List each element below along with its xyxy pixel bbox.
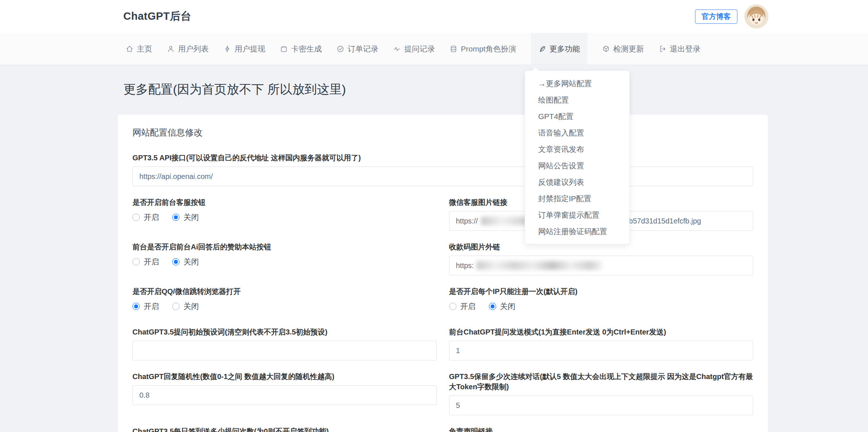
nav-label: 更多功能: [549, 44, 580, 54]
field-label: ChatGPT3.5提问初始预设词(清空则代表不开启3.5初始预设): [132, 327, 437, 337]
nav-item-orders[interactable]: 订单记录: [336, 33, 378, 65]
nav-item-logout[interactable]: 退出登录: [659, 33, 701, 65]
radio-circle-checked: [172, 258, 180, 265]
nav-label: 提问记录: [404, 44, 435, 54]
field-label: ChatGPT3.5每日签到送多少提问次数(为0则不开启签到功能): [132, 426, 437, 432]
dropdown-item-gpt4-config[interactable]: GPT4配置: [525, 108, 629, 125]
field-label: 前台是否开启前台Ai回答后的赞助本站按钮: [132, 242, 437, 252]
radio-on[interactable]: 开启: [132, 257, 159, 267]
radio-label: 关闭: [500, 301, 516, 311]
dropdown-item-register-captcha-config[interactable]: 网站注册验证码配置: [525, 223, 629, 240]
site-config-card: 网站配置信息修改 GPT3.5 API接口(可以设置自己的反代地址 这样国内服务…: [118, 115, 768, 432]
field-label: 是否开启QQ/微信跳转浏览器打开: [132, 286, 437, 297]
nav-item-check-update[interactable]: 检测更新: [602, 33, 644, 65]
sponsor-button-radio-group: 开启 关闭: [132, 256, 437, 267]
database-icon: [450, 45, 458, 53]
radio-label: 关闭: [184, 301, 199, 311]
official-blog-button[interactable]: 官方博客: [695, 9, 737, 24]
app-header: ChatGPT后台 官方博客: [0, 0, 868, 33]
main-navbar: 主页 用户列表 用户提现 卡密生成 订单记录 提问记录 Prom: [0, 33, 868, 65]
user-avatar[interactable]: [744, 4, 768, 28]
radio-label: 开启: [460, 301, 476, 311]
main-content: 更多配置(因为首页放不下 所以放到这里) 网站配置信息修改 GPT3.5 API…: [0, 65, 868, 432]
radio-off[interactable]: 关闭: [172, 257, 199, 267]
nav-item-more-features[interactable]: 更多功能: [531, 33, 587, 65]
field-label: 是否开启前台客服按钮: [132, 197, 437, 207]
field-label: 是否开启每个IP只能注册一次(默认开启): [449, 286, 753, 297]
lightning-icon: [223, 45, 231, 53]
field-preset-words: ChatGPT3.5提问初始预设词(清空则代表不开启3.5初始预设): [132, 327, 437, 360]
field-label: GPT3.5 API接口(可以设置自己的反代地址 这样国内服务器就可以用了): [132, 153, 753, 163]
preset-words-input[interactable]: [132, 341, 437, 360]
nav-item-card-keys[interactable]: 卡密生成: [280, 33, 322, 65]
nav-label: 用户提现: [235, 44, 265, 54]
field-qq-wechat-jump-toggle: 是否开启QQ/微信跳转浏览器打开 开启 关闭: [132, 286, 437, 311]
dropdown-item-feedback-list[interactable]: 反馈建议列表: [525, 174, 629, 190]
context-keep-input[interactable]: [449, 395, 753, 415]
field-ip-register-once-toggle: 是否开启每个IP只能注册一次(默认开启) 开启 关闭: [449, 286, 753, 311]
nav-item-prompt-roleplay[interactable]: Prompt角色扮演: [450, 33, 516, 65]
field-daily-signin: ChatGPT3.5每日签到送多少提问次数(为0则不开启签到功能): [132, 426, 437, 432]
feather-icon: [538, 45, 546, 53]
nav-item-question-log[interactable]: 提问记录: [393, 33, 435, 65]
radio-label: 开启: [144, 212, 159, 222]
field-send-mode: 前台ChatGPT提问发送模式(1为直接Enter发送 0为Ctrl+Enter…: [449, 327, 753, 360]
radio-off[interactable]: 关闭: [489, 301, 516, 311]
dropdown-item-drawing-config[interactable]: 绘图配置: [525, 92, 629, 108]
pulse-icon: [393, 45, 401, 53]
radio-off[interactable]: 关闭: [172, 212, 199, 222]
api-endpoint-input[interactable]: [132, 167, 753, 186]
radio-circle: [449, 303, 456, 310]
radio-on[interactable]: 开启: [132, 212, 159, 222]
service-button-radio-group: 开启 关闭: [132, 212, 437, 222]
dropdown-item-more-site-config[interactable]: →更多网站配置: [525, 75, 629, 92]
url-suffix: cb57d31d15d1efcfb.jpg: [625, 217, 701, 225]
payment-qr-input[interactable]: https:: [449, 256, 753, 275]
field-context-keep: GPT3.5保留多少次连续对话(默认5 数值太大会出现上下文超限提示 因为这是C…: [449, 371, 753, 415]
dropdown-item-voice-input-config[interactable]: 语音输入配置: [525, 125, 629, 141]
radio-label: 开启: [144, 257, 159, 267]
radio-circle: [172, 303, 180, 310]
dropdown-item-order-popup-config[interactable]: 订单弹窗提示配置: [525, 207, 629, 223]
dropdown-item-site-announcement[interactable]: 网站公告设置: [525, 157, 629, 174]
send-mode-input[interactable]: [449, 341, 753, 360]
field-label: 前台ChatGPT提问发送模式(1为直接Enter发送 0为Ctrl+Enter…: [449, 327, 753, 337]
nav-label: 卡密生成: [291, 44, 322, 54]
radio-circle: [132, 258, 140, 265]
nav-label: 用户列表: [178, 44, 209, 54]
radio-off[interactable]: 关闭: [172, 301, 199, 311]
field-reply-randomness: ChatGPT回复随机性(数值0-1之间 数值越大回复的随机性越高): [132, 371, 437, 415]
home-icon: [126, 45, 134, 53]
randomness-input[interactable]: [132, 385, 437, 405]
field-sponsor-button-toggle: 前台是否开启前台Ai回答后的赞助本站按钮 开启 关闭: [132, 242, 437, 275]
field-disclaimer-link: 免责声明链接: [449, 426, 753, 432]
nav-item-home[interactable]: 主页: [126, 33, 152, 65]
url-prefix: https://: [456, 217, 478, 225]
radio-circle-checked: [132, 303, 140, 310]
field-label: ChatGPT回复随机性(数值0-1之间 数值越大回复的随机性越高): [132, 371, 437, 382]
radio-circle: [132, 214, 140, 221]
field-label: 免责声明链接: [449, 426, 753, 432]
radio-label: 关闭: [184, 257, 199, 267]
logout-icon: [659, 45, 667, 53]
nav-label: 主页: [137, 44, 152, 54]
card-calendar-icon: [280, 45, 288, 53]
radio-on[interactable]: 开启: [449, 301, 476, 311]
dropdown-item-ban-ip-config[interactable]: 封禁指定IP配置: [525, 190, 629, 207]
radio-circle-checked: [172, 214, 180, 221]
dropdown-item-article-publish[interactable]: 文章资讯发布: [525, 141, 629, 157]
radio-label: 开启: [144, 301, 159, 311]
cube-icon: [602, 45, 610, 53]
ip-register-radio-group: 开启 关闭: [449, 301, 753, 311]
radio-label: 关闭: [184, 212, 199, 222]
nav-item-withdraw[interactable]: 用户提现: [223, 33, 265, 65]
nav-label: Prompt角色扮演: [461, 44, 516, 54]
url-prefix: https:: [456, 261, 474, 270]
field-api-endpoint: GPT3.5 API接口(可以设置自己的反代地址 这样国内服务器就可以用了): [132, 153, 753, 186]
redacted-url-segment: [477, 261, 602, 270]
official-blog-label: 官方博客: [702, 12, 731, 22]
nav-item-user-list[interactable]: 用户列表: [167, 33, 209, 65]
field-label: GPT3.5保留多少次连续对话(默认5 数值太大会出现上下文超限提示 因为这是C…: [449, 371, 753, 392]
qq-jump-radio-group: 开启 关闭: [132, 301, 437, 311]
radio-on[interactable]: 开启: [132, 301, 159, 311]
